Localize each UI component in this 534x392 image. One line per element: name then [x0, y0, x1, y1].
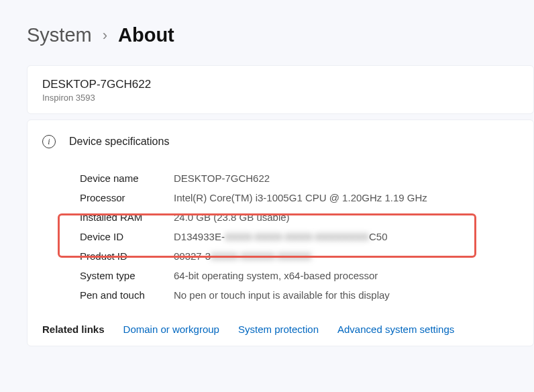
breadcrumb: System › About [0, 0, 534, 65]
spec-row-ram: Installed RAM 24.0 GB (23.8 GB usable) [80, 207, 519, 227]
spec-title: Device specifications [69, 136, 169, 148]
device-id-suffix: C50 [369, 231, 388, 242]
device-specifications-card: i Device specifications Device name DESK… [27, 119, 534, 346]
spec-label: System type [80, 270, 174, 281]
spec-label: Pen and touch [80, 289, 174, 301]
spec-value: Intel(R) Core(TM) i3-1005G1 CPU @ 1.20GH… [174, 192, 427, 203]
product-id-redacted: XXXX-XXXXX-XXXXX [211, 250, 311, 262]
related-links-label: Related links [42, 324, 105, 335]
spec-row-system-type: System type 64-bit operating system, x64… [80, 266, 519, 285]
device-model: Inspiron 3593 [42, 93, 519, 103]
spec-row-device-name: Device name DESKTOP-7GCH622 [80, 168, 519, 188]
spec-label: Product ID [80, 250, 174, 262]
device-summary-card: DESKTOP-7GCH622 Inspiron 3593 [27, 65, 534, 114]
spec-row-pen-touch: Pen and touch No pen or touch input is a… [80, 285, 519, 305]
spec-header[interactable]: i Device specifications [42, 135, 519, 148]
spec-label: Installed RAM [80, 211, 174, 223]
spec-row-processor: Processor Intel(R) Core(TM) i3-1005G1 CP… [80, 188, 519, 207]
info-icon: i [42, 135, 56, 148]
chevron-right-icon: › [103, 27, 107, 44]
product-id-prefix: 00327-3 [174, 250, 211, 262]
spec-value: 64-bit operating system, x64-based proce… [174, 270, 378, 281]
spec-row-product-id: Product ID 00327-3XXXX-XXXXX-XXXXX [80, 246, 519, 266]
spec-value: DESKTOP-7GCH622 [174, 173, 270, 184]
device-name: DESKTOP-7GCH622 [42, 78, 519, 91]
spec-label: Device ID [80, 231, 174, 242]
spec-value: 24.0 GB (23.8 GB usable) [174, 211, 290, 223]
spec-table: Device name DESKTOP-7GCH622 Processor In… [80, 168, 519, 305]
related-links: Related links Domain or workgroup System… [28, 305, 519, 335]
link-system-protection[interactable]: System protection [238, 324, 319, 335]
spec-value: No pen or touch input is available for t… [174, 289, 390, 301]
breadcrumb-current: About [118, 24, 174, 46]
spec-label: Device name [80, 173, 174, 184]
spec-row-device-id: Device ID D134933E-XXXX-XXXX-XXXX-XXXXXX… [80, 227, 519, 246]
spec-value: D134933E-XXXX-XXXX-XXXX-XXXXXXXXC50 [174, 231, 388, 242]
spec-value: 00327-3XXXX-XXXXX-XXXXX [174, 250, 311, 262]
device-id-redacted: XXXX-XXXX-XXXX-XXXXXXXX [225, 231, 369, 242]
link-advanced-system-settings[interactable]: Advanced system settings [337, 324, 454, 335]
link-domain-workgroup[interactable]: Domain or workgroup [123, 324, 219, 335]
device-id-prefix: D134933E- [174, 231, 225, 242]
breadcrumb-parent[interactable]: System [27, 24, 92, 46]
spec-label: Processor [80, 192, 174, 203]
